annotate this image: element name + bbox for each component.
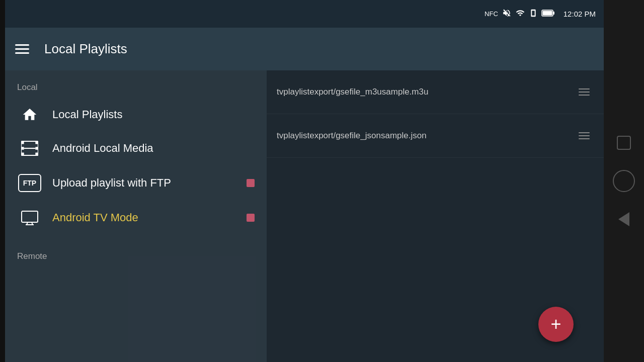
sidebar-item-label-android-tv-mode: Android TV Mode	[52, 211, 138, 224]
svg-rect-7	[35, 141, 38, 144]
home-icon	[17, 107, 42, 123]
playlist-item-2[interactable]: tvplaylistexport/gsefile_jsonsample.json	[267, 114, 604, 158]
ftp-box: FTP	[18, 174, 41, 192]
svg-rect-4	[21, 141, 24, 144]
battery-icon	[541, 9, 555, 19]
ftp-badge	[247, 179, 255, 187]
page-title: Local Playlists	[44, 41, 127, 57]
ftp-icon: FTP	[17, 174, 42, 192]
sidebar-item-android-tv-mode[interactable]: Android TV Mode	[5, 201, 267, 234]
clock: 12:02 PM	[564, 10, 596, 18]
menu-button[interactable]	[15, 44, 29, 54]
sidebar: Local Local Playlists Android Local Medi…	[5, 70, 267, 362]
menu-line	[579, 88, 590, 89]
svg-rect-8	[35, 147, 38, 150]
sidebar-section-local: Local	[5, 75, 267, 98]
svg-rect-11	[22, 211, 38, 222]
tv-icon	[17, 210, 42, 225]
playlist-path-2: tvplaylistexport/gsefile_jsonsample.json	[277, 131, 575, 141]
content-panel: tvplaylistexport/gsefile_m3usample.m3u t…	[267, 70, 604, 362]
menu-line	[579, 135, 590, 136]
status-bar: NFC 12:02 PM	[5, 0, 604, 28]
add-playlist-button[interactable]: +	[538, 307, 574, 342]
app-bar: Local Playlists	[5, 28, 604, 70]
playlist-path-1: tvplaylistexport/gsefile_m3usample.m3u	[277, 87, 575, 97]
sidebar-item-label-local-playlists: Local Playlists	[52, 108, 122, 121]
menu-line	[579, 95, 590, 96]
home-button[interactable]	[613, 170, 635, 192]
menu-line	[579, 132, 590, 133]
sidebar-item-android-local-media[interactable]: Android Local Media	[5, 132, 267, 165]
back-button[interactable]	[618, 212, 629, 226]
device-left-bar	[0, 0, 5, 362]
playlist-menu-button-2[interactable]	[575, 128, 594, 143]
svg-rect-1	[542, 11, 552, 16]
svg-rect-9	[35, 153, 38, 156]
hamburger-line-1	[15, 44, 29, 46]
sidebar-section-remote: Remote	[5, 244, 267, 266]
svg-rect-6	[21, 153, 24, 156]
sidebar-item-upload-ftp[interactable]: FTP Upload playlist with FTP	[5, 165, 267, 201]
plus-icon: +	[550, 315, 561, 333]
device-right-bar	[604, 0, 644, 362]
hamburger-line-3	[15, 52, 29, 54]
mute-icon	[502, 9, 511, 19]
status-icons: NFC 12:02 PM	[485, 9, 596, 19]
sidebar-item-local-playlists[interactable]: Local Playlists	[5, 98, 267, 132]
svg-rect-2	[553, 12, 554, 15]
sidebar-item-label-upload-ftp: Upload playlist with FTP	[52, 176, 171, 190]
playlist-item-1[interactable]: tvplaylistexport/gsefile_m3usample.m3u	[267, 70, 604, 114]
wifi-icon	[515, 9, 525, 19]
sidebar-item-label-android-local-media: Android Local Media	[52, 142, 153, 155]
hamburger-line-2	[15, 48, 29, 50]
menu-line	[579, 92, 590, 93]
playlist-menu-button-1[interactable]	[575, 84, 594, 100]
menu-line	[579, 138, 590, 139]
phone-icon	[529, 9, 537, 19]
film-icon	[17, 141, 42, 156]
main-area: Local Local Playlists Android Local Medi…	[5, 70, 604, 362]
nfc-icon: NFC	[485, 10, 498, 18]
recent-apps-button[interactable]	[617, 136, 631, 150]
tv-badge	[247, 214, 255, 222]
svg-rect-5	[21, 147, 24, 150]
